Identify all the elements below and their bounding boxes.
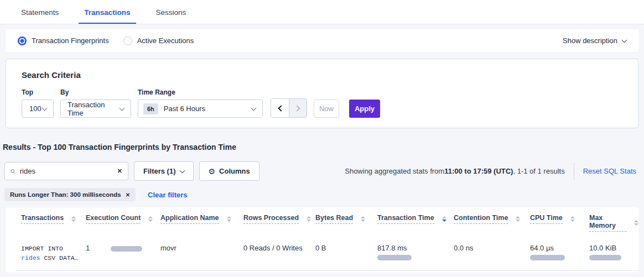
radio-transaction-fingerprints[interactable]: Transaction Fingerprints (18, 36, 109, 45)
results-toolbar: ✕ Filters (1) ⚙ Columns Showing aggregat… (4, 161, 638, 181)
column-header-label[interactable]: Rows Processed (243, 214, 299, 224)
columns-button-label: Columns (219, 167, 250, 175)
tab-sessions[interactable]: Sessions (150, 8, 192, 24)
radio-unselected-icon[interactable] (123, 36, 132, 45)
active-filters-row: Runs Longer Than: 300 milliseconds ✕ Cle… (4, 188, 638, 201)
filters-button[interactable]: Filters (1) (134, 161, 194, 181)
column-header-label[interactable]: Application Name (160, 214, 219, 224)
column-header-label[interactable]: CPU Time (530, 214, 563, 224)
chevron-down-icon (251, 105, 257, 111)
search-icon (11, 168, 15, 175)
stats-prefix: Showing aggregated stats from (345, 167, 444, 175)
clear-filters-link[interactable]: Clear filters (148, 191, 188, 199)
chevron-right-icon (294, 105, 300, 111)
by-select-value: Transaction Time (67, 101, 120, 117)
search-criteria-form: Top 100 By Transaction Time Time Range 6… (22, 88, 622, 118)
time-range-value: Past 6 Hours (164, 104, 205, 113)
column-header-label[interactable]: Max Memory (589, 214, 626, 232)
results-search-box[interactable]: ✕ (4, 162, 128, 180)
time-range-pager (271, 98, 307, 118)
sort-toggle-icon[interactable] (570, 216, 575, 222)
time-range-label: Time Range (138, 88, 263, 96)
column-header-label[interactable]: Bytes Read (315, 214, 353, 224)
chevron-down-icon (622, 37, 627, 43)
filter-chip-label: Runs Longer Than: 300 milliseconds (10, 191, 121, 198)
divider (574, 163, 574, 180)
max-memory-cell: 10.0 KiB (589, 244, 638, 260)
by-select[interactable]: Transaction Time (60, 100, 131, 118)
tab-transactions[interactable]: Transactions (79, 8, 136, 24)
show-description-label: Show description (563, 36, 617, 45)
execution-count-value: 1 (86, 244, 90, 252)
column-header-label[interactable]: Contention Time (454, 214, 508, 224)
chevron-left-icon (278, 105, 284, 111)
max-memory-bar (589, 255, 621, 260)
table-header-row: Transactions Execution Count Application… (6, 214, 638, 232)
table-row: IMPORT INTO rides CSV DATA… 1 movr 0 Rea… (6, 244, 638, 263)
statement-line-2-rest: CSV DATA… (40, 254, 79, 262)
column-header-label[interactable]: Transactions (21, 214, 64, 224)
search-criteria-panel: Search Criteria Top 100 By Transaction T… (6, 59, 638, 128)
page-tabs: Statements Transactions Sessions (0, 0, 644, 24)
chevron-down-icon (179, 168, 185, 173)
bytes-read-cell: 0 B (315, 244, 377, 252)
top-field: Top 100 (22, 88, 54, 118)
radio-selected-icon[interactable] (18, 36, 27, 45)
filter-chip: Runs Longer Than: 300 milliseconds ✕ (4, 188, 136, 201)
column-header-application-name: Application Name (160, 214, 243, 224)
now-button[interactable]: Now (314, 100, 339, 118)
tab-statements[interactable]: Statements (15, 8, 64, 24)
transaction-time-value: 817.8 ms (377, 244, 454, 252)
search-input[interactable] (20, 167, 117, 175)
max-memory-value: 10.0 KiB (589, 244, 638, 252)
rows-processed-cell: 0 Reads / 0 Writes (243, 244, 315, 252)
time-range-select[interactable]: 6h Past 6 Hours (138, 100, 263, 118)
column-header-rows-processed: Rows Processed (243, 214, 315, 224)
execution-count-bar (111, 246, 142, 252)
filter-chip-remove-icon[interactable]: ✕ (126, 192, 130, 198)
statement-line-1: IMPORT INTO (21, 244, 86, 253)
stats-suffix: , 1-1 of 1 results (513, 167, 564, 175)
radio-label: Active Executions (137, 36, 194, 45)
time-range-field: Time Range 6h Past 6 Hours (138, 88, 263, 118)
sort-toggle-icon[interactable] (634, 220, 638, 226)
column-header-bytes-read: Bytes Read (315, 214, 377, 224)
sort-toggle-icon[interactable] (227, 216, 231, 222)
column-header-label[interactable]: Transaction Time (377, 214, 434, 224)
time-range-next-button[interactable] (289, 99, 307, 117)
statement-line-2: rides CSV DATA… (21, 253, 86, 263)
filters-button-label: Filters (1) (143, 167, 176, 175)
chevron-down-icon (42, 105, 48, 111)
time-range-prev-button[interactable] (271, 99, 289, 117)
cpu-time-value: 64.0 µs (530, 244, 589, 252)
top-select-value: 100 (29, 104, 41, 113)
time-range-badge: 6h (143, 103, 158, 114)
column-header-transaction-time: Transaction Time (377, 214, 454, 224)
apply-button[interactable]: Apply (349, 100, 380, 118)
columns-button[interactable]: ⚙ Columns (199, 161, 259, 181)
sort-toggle-icon[interactable] (307, 216, 311, 222)
reset-sql-stats-link[interactable]: Reset SQL Stats (583, 167, 636, 175)
by-label: By (60, 88, 131, 96)
row-separator (15, 270, 638, 271)
sort-toggle-icon[interactable] (516, 216, 520, 222)
sort-toggle-icon[interactable] (148, 216, 153, 222)
gear-icon: ⚙ (209, 167, 216, 176)
view-toggle-card: Transaction Fingerprints Active Executio… (6, 29, 638, 52)
sort-toggle-icon[interactable] (71, 216, 76, 222)
transaction-statement-cell[interactable]: IMPORT INTO rides CSV DATA… (6, 244, 86, 263)
sort-toggle-icon-active-desc[interactable] (442, 216, 446, 222)
transaction-time-cell: 817.8 ms (377, 244, 454, 260)
statement-table-link[interactable]: rides (21, 254, 40, 262)
column-header-transactions: Transactions (6, 214, 86, 224)
sort-toggle-icon[interactable] (361, 216, 365, 222)
show-description-toggle[interactable]: Show description (563, 36, 626, 45)
column-header-max-memory: Max Memory (589, 214, 638, 232)
radio-active-executions[interactable]: Active Executions (123, 36, 194, 45)
top-select[interactable]: 100 (22, 100, 54, 118)
column-header-execution-count: Execution Count (86, 214, 160, 224)
aggregated-stats-text: Showing aggregated stats from 11:00 to 1… (345, 163, 638, 180)
top-label: Top (22, 88, 54, 96)
search-clear-icon[interactable]: ✕ (117, 168, 122, 175)
column-header-label[interactable]: Execution Count (86, 214, 141, 224)
